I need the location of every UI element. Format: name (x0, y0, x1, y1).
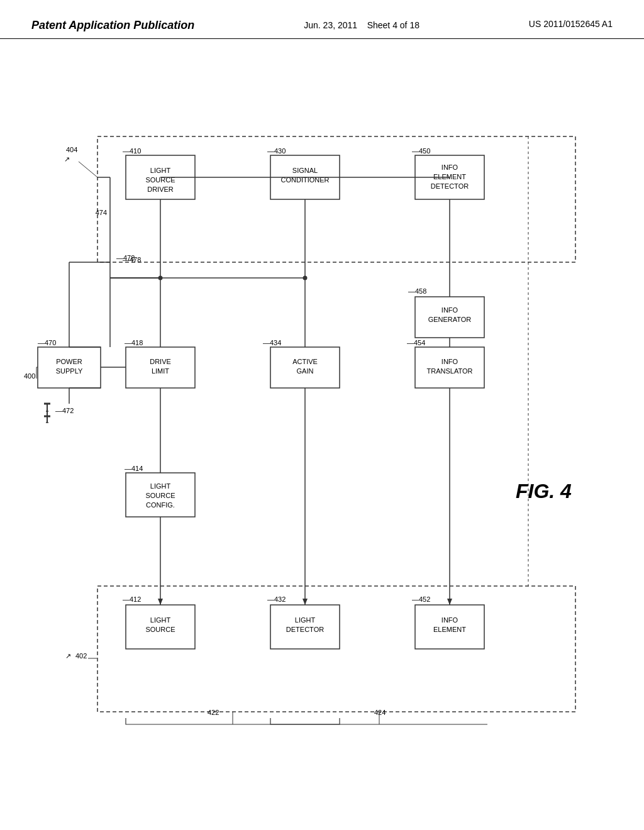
svg-text:422: 422 (208, 709, 219, 716)
svg-text:—450: —450 (412, 147, 430, 155)
publication-type: Patent Application Publication (31, 19, 194, 32)
svg-text:DETECTOR: DETECTOR (431, 182, 469, 190)
page: Patent Application Publication Jun. 23, … (0, 0, 644, 830)
svg-text:GENERATOR: GENERATOR (428, 316, 472, 323)
svg-text:LIMIT: LIMIT (152, 367, 169, 375)
svg-text:—458: —458 (408, 287, 426, 295)
svg-text:—432: —432 (267, 595, 286, 603)
svg-text:—414: —414 (125, 465, 143, 472)
svg-text:—470: —470 (38, 339, 56, 346)
svg-text:SIGNAL: SIGNAL (292, 167, 318, 174)
svg-text:474: 474 (96, 209, 107, 216)
publication-number: US 2011/0152645 A1 (529, 19, 613, 29)
svg-text:DRIVER: DRIVER (147, 185, 174, 193)
svg-text:CONFIG.: CONFIG. (146, 501, 175, 509)
svg-text:TRANSLATOR: TRANSLATOR (427, 367, 473, 375)
svg-text:SUPPLY: SUPPLY (56, 367, 83, 375)
svg-text:402: 402 (75, 652, 87, 660)
svg-text:LIGHT: LIGHT (295, 616, 316, 624)
svg-text:DETECTOR: DETECTOR (286, 626, 324, 633)
diagram-area: LIGHT SOURCE LIGHT DETECTOR INFO ELEMENT… (0, 39, 644, 794)
svg-text:GAIN: GAIN (297, 367, 314, 375)
svg-text:↗: ↗ (64, 155, 70, 163)
svg-text:LIGHT: LIGHT (150, 167, 171, 174)
svg-line-36 (79, 162, 97, 177)
svg-text:—452: —452 (412, 595, 430, 603)
svg-text:INFO: INFO (441, 306, 458, 314)
svg-text:—418: —418 (125, 339, 143, 346)
svg-marker-75 (303, 599, 308, 605)
svg-text:LIGHT: LIGHT (150, 616, 171, 624)
svg-text:404: 404 (66, 146, 77, 153)
svg-marker-79 (447, 599, 452, 605)
svg-text:↗: ↗ (65, 652, 71, 660)
svg-text:—412: —412 (123, 595, 141, 603)
svg-text:LIGHT: LIGHT (150, 482, 171, 490)
svg-text:ACTIVE: ACTIVE (292, 358, 318, 365)
publication-date: Jun. 23, 2011 Sheet 4 of 18 (304, 19, 419, 32)
svg-text:—430: —430 (267, 147, 286, 155)
svg-text:—434: —434 (263, 339, 281, 346)
svg-marker-72 (158, 599, 163, 605)
svg-text:424: 424 (374, 709, 386, 716)
svg-text:—472: —472 (55, 407, 74, 414)
svg-text:—478: —478 (116, 254, 135, 262)
svg-text:FIG. 4: FIG. 4 (516, 480, 572, 502)
svg-text:ELEMENT: ELEMENT (433, 626, 466, 633)
svg-text:400: 400 (24, 372, 35, 380)
figure-4-diagram: LIGHT SOURCE LIGHT DETECTOR INFO ELEMENT… (0, 39, 644, 794)
page-header: Patent Application Publication Jun. 23, … (0, 0, 644, 39)
svg-text:INFO: INFO (441, 163, 458, 171)
svg-text:ELEMENT: ELEMENT (433, 173, 466, 180)
svg-text:POWER: POWER (56, 358, 82, 365)
svg-text:INFO: INFO (441, 358, 458, 365)
svg-text:DRIVE: DRIVE (150, 358, 171, 365)
svg-text:—410: —410 (123, 147, 141, 155)
svg-text:INFO: INFO (441, 616, 458, 624)
svg-text:—454: —454 (407, 339, 425, 346)
svg-text:SOURCE: SOURCE (145, 492, 175, 499)
svg-text:SOURCE: SOURCE (145, 626, 175, 633)
